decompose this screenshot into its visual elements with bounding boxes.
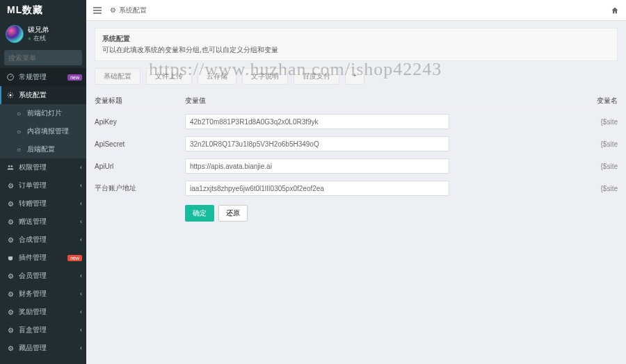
menu-jiangli[interactable]: ⚙奖励管理‹ xyxy=(0,303,86,321)
menu-label: 财务管理 xyxy=(19,289,47,299)
menu-zhuanzeng[interactable]: ⚙转赠管理‹ xyxy=(0,195,86,213)
menu-label: 会员管理 xyxy=(19,271,47,281)
plug-icon xyxy=(6,254,15,261)
row-extra: {$site xyxy=(590,185,618,192)
row-label: ApiSecret xyxy=(95,140,185,148)
gear-icon: ⚙ xyxy=(6,290,15,298)
menu-sub-2[interactable]: ○内容填报管理 xyxy=(0,122,86,140)
svg-point-5 xyxy=(11,165,13,167)
col-extra: 变量名 xyxy=(590,96,618,106)
gear-icon: ⚙ xyxy=(6,345,15,352)
alert-title: 系统配置 xyxy=(102,34,610,44)
row-label: 平台账户地址 xyxy=(95,183,185,193)
svg-point-4 xyxy=(8,165,10,167)
circle-icon: ○ xyxy=(14,110,24,117)
menu-changgui[interactable]: 常规管理 new xyxy=(0,68,86,86)
menu-label: 赠送管理 xyxy=(19,217,47,226)
badge-new: new xyxy=(67,255,82,261)
menu-manghe[interactable]: ⚙盲盒管理‹ xyxy=(0,321,86,339)
config-row: ApiSecret {$site xyxy=(95,133,618,155)
config-row: ApiUrl {$site xyxy=(95,155,618,177)
sidebar-search[interactable] xyxy=(4,50,82,65)
alert-text: 可以在此填改系统的变量和分组,也可以自定义分组和变量 xyxy=(102,46,278,53)
chevron-left-icon: ‹ xyxy=(80,345,82,351)
apikey-input[interactable] xyxy=(185,114,449,129)
menu-label: 订单管理 xyxy=(19,181,47,190)
gear-icon: ⚙ xyxy=(6,236,15,244)
home-icon[interactable] xyxy=(611,6,619,15)
apiurl-input[interactable] xyxy=(185,158,449,174)
gear-icon: ⚙ xyxy=(6,200,15,208)
apisecret-input[interactable] xyxy=(185,136,449,151)
config-row: ApiKey {$site xyxy=(95,110,618,133)
table-header: 变量标题 变量值 变量名 xyxy=(95,92,618,110)
col-value: 变量值 xyxy=(185,96,590,106)
tab-pay[interactable]: 百度支付 xyxy=(294,68,339,85)
menu-cangpin[interactable]: ⚙藏品管理‹ xyxy=(0,339,86,357)
menu-label: 藏品管理 xyxy=(19,343,47,353)
tab-basic[interactable]: 基础配置 xyxy=(95,68,141,85)
users-icon xyxy=(6,164,15,171)
platform-addr-input[interactable] xyxy=(185,181,449,196)
reset-button[interactable]: 还原 xyxy=(218,205,248,222)
avatar[interactable] xyxy=(6,25,24,43)
tab-add[interactable]: + xyxy=(345,68,364,85)
menu-sub-1[interactable]: ○前端幻灯片 xyxy=(0,104,86,122)
menu-label: 合成管理 xyxy=(19,235,47,245)
menu-label: 内容填报管理 xyxy=(27,126,69,136)
dashboard-icon xyxy=(6,74,15,81)
menu-chajian[interactable]: 插件管理new xyxy=(0,249,86,267)
menu-quanxian[interactable]: 权限管理‹ xyxy=(0,158,86,176)
topbar: ⚙ 系统配置 xyxy=(86,0,626,21)
menu-label: 转赠管理 xyxy=(19,199,47,208)
menu-zengsong[interactable]: ⚙赠送管理‹ xyxy=(0,213,86,231)
user-panel: 碳兄弟 在线 xyxy=(0,21,86,47)
menu-caiwu[interactable]: ⚙财务管理‹ xyxy=(0,285,86,303)
tab-cloud[interactable]: 云存储 xyxy=(198,68,236,85)
row-label: ApiUrl xyxy=(95,163,185,170)
menu-hecheng[interactable]: ⚙合成管理‹ xyxy=(0,231,86,249)
circle-icon: ○ xyxy=(14,146,24,154)
menu-huiyuan[interactable]: ⚙会员管理‹ xyxy=(0,267,86,285)
chevron-left-icon: ‹ xyxy=(80,164,82,171)
gear-icon: ⚙ xyxy=(6,218,15,226)
menu-dingdan[interactable]: ⚙订单管理‹ xyxy=(0,176,86,195)
col-label: 变量标题 xyxy=(95,96,185,106)
user-name: 碳兄弟 xyxy=(28,26,49,34)
chevron-left-icon: ‹ xyxy=(80,290,82,297)
page-title: 系统配置 xyxy=(119,6,147,15)
chevron-left-icon: ‹ xyxy=(80,236,82,243)
gear-icon xyxy=(6,92,15,99)
row-extra: {$site xyxy=(590,163,618,170)
chevron-left-icon: ‹ xyxy=(80,326,82,333)
menu-sub-3[interactable]: ○后端配置 xyxy=(0,140,86,158)
chevron-left-icon: ‹ xyxy=(80,200,82,207)
tab-text[interactable]: 文字说明 xyxy=(242,68,288,85)
svg-point-3 xyxy=(9,94,11,96)
row-extra: {$site xyxy=(590,140,618,148)
menu-xitong[interactable]: 系统配置 xyxy=(0,86,86,104)
alert-box: 系统配置 可以在此填改系统的变量和分组,也可以自定义分组和变量 xyxy=(95,28,618,61)
tab-upload[interactable]: 文件上传 xyxy=(146,68,192,85)
brand-logo: ML数藏 xyxy=(0,0,86,21)
button-row: 确定 还原 xyxy=(95,199,618,222)
tab-bar: 基础配置 文件上传 云存储 文字说明 百度支付 + xyxy=(95,68,618,85)
menu-label: 前端幻灯片 xyxy=(27,108,62,118)
submit-button[interactable]: 确定 xyxy=(185,205,214,222)
row-extra: {$site xyxy=(590,118,618,126)
badge-new: new xyxy=(67,74,82,81)
menu-toggle-icon[interactable] xyxy=(93,7,102,14)
menu-label: 奖励管理 xyxy=(19,307,47,317)
chevron-left-icon: ‹ xyxy=(80,272,82,279)
gear-icon: ⚙ xyxy=(110,6,116,14)
gear-icon: ⚙ xyxy=(6,182,15,190)
content: https://www.huzhan.com/ishop42243 系统配置 可… xyxy=(86,21,626,364)
config-row: 平台账户地址 {$site xyxy=(95,177,618,199)
menu-label: 盲盒管理 xyxy=(19,325,47,335)
sidebar-menu: 常规管理 new 系统配置 ○前端幻灯片 ○内容填报管理 ○后端配置 权限管理‹… xyxy=(0,68,86,364)
sidebar: ML数藏 碳兄弟 在线 常规管理 new 系统配置 ○前端幻灯片 xyxy=(0,0,86,364)
gear-icon: ⚙ xyxy=(6,272,15,280)
chevron-left-icon: ‹ xyxy=(80,182,82,189)
menu-label: 常规管理 xyxy=(19,72,47,82)
user-status: 在线 xyxy=(28,34,49,43)
